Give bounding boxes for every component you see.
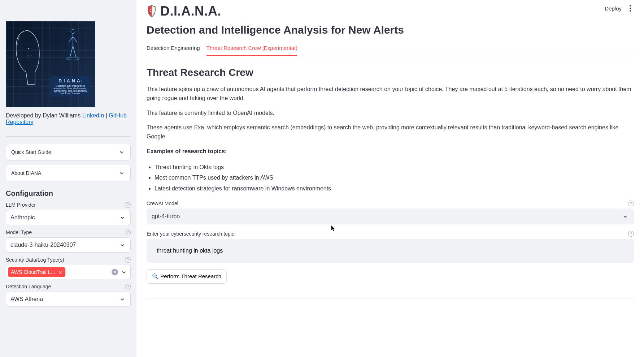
intro-p3: These agents use Exa, which employs sema…	[147, 123, 634, 141]
svg-point-1	[71, 29, 75, 34]
llm-provider-label: LLM Provider	[6, 202, 36, 208]
help-icon[interactable]: ?	[125, 202, 131, 208]
hero-caption-title: D.I.A.N.A:	[53, 78, 88, 83]
help-icon[interactable]: ?	[125, 229, 131, 235]
model-type-label: Model Type	[6, 229, 32, 235]
credits-prefix: Developed by Dylan Williams	[6, 112, 82, 119]
crewai-model-value: gpt-4-turbo	[152, 213, 180, 220]
chevron-down-icon	[118, 149, 125, 156]
model-type-select[interactable]: claude-3-haiku-20240307	[6, 237, 131, 253]
detection-lang-label: Detection Language	[6, 284, 51, 289]
perform-research-button[interactable]: 🔍 Perform Threat Research	[147, 269, 227, 284]
about-label: About DIANA	[11, 170, 41, 176]
examples-label: Examples of research topics:	[147, 147, 634, 156]
detection-lang-value: AWS Athena	[10, 296, 43, 302]
sidebar: D.I.A.N.A: Detection and Inteligrance an…	[0, 0, 136, 357]
deploy-button[interactable]: Deploy	[605, 5, 622, 12]
about-expander[interactable]: About DIANA	[6, 165, 131, 181]
linkedin-link[interactable]: LinkedIn	[82, 112, 104, 119]
crewai-model-select[interactable]: gpt-4-turbo	[147, 208, 634, 224]
model-type-value: claude-3-haiku-20240307	[10, 242, 76, 248]
hero-caption-sub: Detection and Inteligrance analysis for …	[53, 85, 88, 95]
topic-label: Enter your cybersecurity research topic:	[147, 231, 236, 237]
list-item: Threat hunting in Okta logs	[155, 162, 634, 173]
tag-remove-icon[interactable]: ✕	[58, 270, 62, 275]
hero-caption-card: D.I.A.N.A: Detection and Inteligrance an…	[51, 76, 90, 97]
quick-start-expander[interactable]: Quick Start Guide	[6, 144, 131, 160]
log-type-tag: AWS CloudTrail L… ✕	[8, 267, 65, 277]
llm-provider-value: Anthropic	[10, 214, 35, 221]
main-menu-icon[interactable]	[627, 5, 634, 12]
chevron-down-icon	[119, 214, 126, 221]
sidebar-divider	[6, 136, 131, 137]
llm-provider-select[interactable]: Anthropic	[6, 210, 131, 225]
brand-title: D.I.A.N.A.	[160, 4, 221, 19]
help-icon[interactable]: ?	[628, 201, 634, 206]
svg-point-0	[28, 48, 29, 49]
log-types-label: Security Data/Log Type(s)	[6, 257, 64, 263]
help-icon[interactable]: ?	[125, 284, 131, 289]
examples-list: Threat hunting in Okta logs Most common …	[155, 162, 634, 194]
help-icon[interactable]: ?	[125, 257, 131, 263]
section-title: Threat Research Crew	[147, 67, 634, 78]
credits: Developed by Dylan Williams LinkedIn | G…	[6, 112, 131, 125]
intro-p2: This feature is currently limited to Ope…	[147, 109, 634, 118]
help-icon[interactable]: ?	[628, 231, 634, 237]
chevron-down-icon	[120, 268, 127, 276]
main-divider	[147, 298, 634, 298]
chevron-down-icon	[118, 169, 125, 177]
credits-sep: |	[104, 112, 109, 119]
topic-input-wrap	[147, 239, 634, 263]
clear-all-icon[interactable]: ✕	[112, 269, 118, 275]
log-type-tag-label: AWS CloudTrail L…	[11, 269, 56, 275]
tab-detection-engineering[interactable]: Detection Engineering	[147, 43, 200, 56]
brand: D.I.A.N.A.	[147, 4, 634, 19]
topbar: Deploy	[605, 5, 634, 12]
topic-input[interactable]	[152, 243, 629, 258]
list-item: Latest detection strategies for ransomwa…	[155, 183, 634, 194]
log-types-multiselect[interactable]: AWS CloudTrail L… ✕ ✕	[6, 265, 131, 279]
hero-image: D.I.A.N.A: Detection and Inteligrance an…	[6, 21, 95, 107]
intro-p1: This feature spins up a crew of autonomo…	[147, 85, 634, 103]
crewai-model-label: CrewAI Model	[147, 201, 178, 206]
list-item: Most common TTPs used by attackers in AW…	[155, 172, 634, 183]
shield-icon	[147, 5, 157, 18]
tab-threat-research[interactable]: Threat Research Crew [Experimental]	[206, 43, 297, 56]
quick-start-label: Quick Start Guide	[11, 149, 51, 155]
chevron-down-icon	[119, 241, 126, 249]
hero-face-graphic	[10, 29, 42, 86]
main: Deploy D.I.A.N.A. Detection and Intellig…	[136, 0, 644, 357]
svg-point-2	[66, 57, 79, 60]
hero-figure-graphic	[66, 28, 80, 60]
page-title: Detection and Intelligence Analysis for …	[147, 24, 634, 36]
tabs: Detection Engineering Threat Research Cr…	[147, 43, 634, 56]
chevron-down-icon	[119, 296, 126, 303]
detection-lang-select[interactable]: AWS Athena	[6, 292, 131, 307]
chevron-down-icon	[622, 213, 629, 220]
perform-research-label: 🔍 Perform Threat Research	[152, 273, 221, 280]
config-heading: Configuration	[6, 189, 131, 198]
